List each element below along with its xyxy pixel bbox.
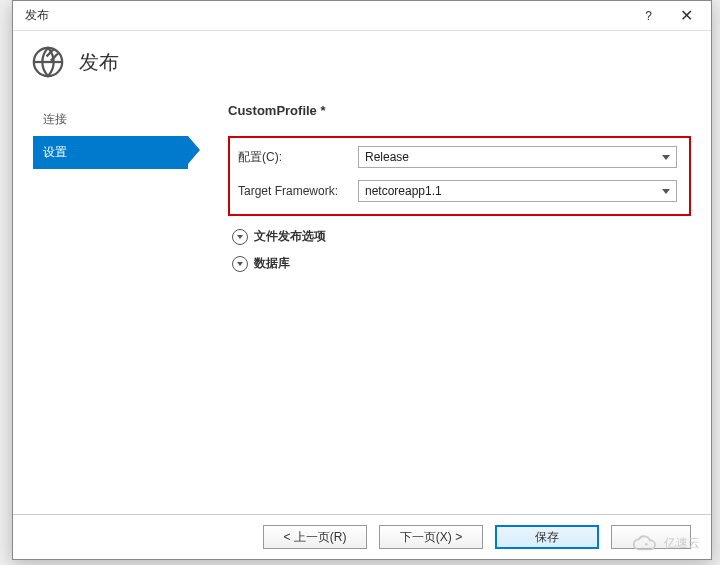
chevron-down-icon	[232, 256, 248, 272]
sidebar: 连接 设置	[33, 97, 188, 514]
highlight-box: 配置(C): Release Target Framework: netcore…	[228, 136, 691, 216]
help-button[interactable]: ?	[639, 5, 658, 27]
page-title: 发布	[79, 49, 119, 76]
globe-icon	[31, 45, 65, 79]
dialog-body: 连接 设置 CustomProfile * 配置(C): Release Tar…	[13, 97, 711, 514]
dialog-footer: < 上一页(R) 下一页(X) > 保存	[13, 514, 711, 559]
publish-dialog: 发布 ? ✕ 发布 连接 设置 CustomProfile * 配置(C):	[12, 0, 712, 560]
database-label: 数据库	[254, 255, 290, 272]
database-expander[interactable]: 数据库	[232, 255, 691, 272]
config-label: 配置(C):	[238, 149, 358, 166]
sidebar-item-settings[interactable]: 设置	[33, 136, 188, 169]
main-panel: CustomProfile * 配置(C): Release Target Fr…	[188, 97, 691, 514]
config-select[interactable]: Release	[358, 146, 677, 168]
titlebar: 发布 ? ✕	[13, 1, 711, 31]
dialog-header: 发布	[13, 31, 711, 97]
window-title: 发布	[21, 7, 639, 24]
close-button[interactable]: ✕	[670, 2, 703, 29]
watermark: 亿速云	[620, 525, 710, 561]
framework-select[interactable]: netcoreapp1.1	[358, 180, 677, 202]
file-publish-options-label: 文件发布选项	[254, 228, 326, 245]
prev-button[interactable]: < 上一页(R)	[263, 525, 367, 549]
sidebar-item-connection[interactable]: 连接	[33, 103, 188, 136]
watermark-text: 亿速云	[664, 535, 700, 552]
config-value: Release	[365, 150, 409, 164]
config-row: 配置(C): Release	[238, 146, 677, 168]
next-button[interactable]: 下一页(X) >	[379, 525, 483, 549]
titlebar-controls: ? ✕	[639, 2, 703, 29]
save-button[interactable]: 保存	[495, 525, 599, 549]
svg-point-1	[645, 543, 648, 546]
framework-value: netcoreapp1.1	[365, 184, 442, 198]
file-publish-options-expander[interactable]: 文件发布选项	[232, 228, 691, 245]
cloud-icon	[630, 531, 660, 555]
profile-name: CustomProfile *	[228, 103, 691, 118]
chevron-down-icon	[232, 229, 248, 245]
framework-label: Target Framework:	[238, 184, 358, 198]
framework-row: Target Framework: netcoreapp1.1	[238, 180, 677, 202]
